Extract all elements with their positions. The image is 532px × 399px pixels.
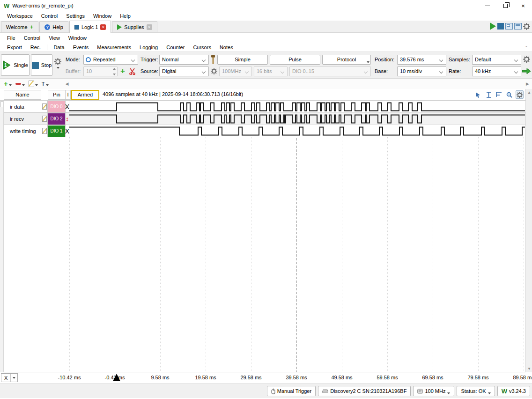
samples-select[interactable]: Default xyxy=(472,55,521,65)
acquisition-options-button[interactable] xyxy=(54,58,61,69)
logic-menu-control[interactable]: Control xyxy=(20,34,44,42)
logic-menu-view[interactable]: View xyxy=(44,34,64,42)
single-button[interactable]: 1 Single xyxy=(1,54,30,76)
apply-arrow-icon[interactable] xyxy=(522,68,531,74)
tab-logic1[interactable]: Logic 1 × xyxy=(69,21,111,33)
cursor-tool-icon[interactable] xyxy=(485,90,493,99)
tab-help[interactable]: ? Help xyxy=(39,21,68,32)
display-options-gear-icon[interactable] xyxy=(523,56,530,63)
menu-events[interactable]: Events xyxy=(69,44,93,51)
menu-workspace[interactable]: Workspace xyxy=(3,12,37,20)
protocol-trigger-button[interactable]: Protocol xyxy=(322,55,371,65)
axis-selector[interactable]: X xyxy=(1,373,18,382)
channel-pin-irrecv[interactable]: DIO 2 xyxy=(48,113,66,125)
channel-name-irrecv[interactable]: ir recv xyxy=(4,113,41,125)
menu-data[interactable]: Data xyxy=(49,44,68,51)
hammer-icon[interactable] xyxy=(210,55,216,65)
edit-channel-button[interactable] xyxy=(29,81,38,87)
trigger-select[interactable]: Normal xyxy=(159,55,209,65)
source-gear-icon[interactable] xyxy=(211,68,217,74)
pulse-trigger-button[interactable]: Pulse xyxy=(270,55,320,65)
logic-menu-file[interactable]: File xyxy=(3,34,20,42)
menu-notes[interactable]: Notes xyxy=(215,44,237,51)
close-button[interactable]: × xyxy=(514,0,532,11)
buffer-spinner[interactable] xyxy=(112,68,116,75)
collapse-panel-icon[interactable]: ◀ xyxy=(66,81,69,86)
cascade-windows-icon[interactable] xyxy=(505,23,513,30)
logic-menu-window[interactable]: Window xyxy=(64,34,91,42)
bits-select[interactable]: 16 bits xyxy=(254,66,288,76)
zoom-tool-icon[interactable] xyxy=(505,90,513,99)
vertical-scrollbar[interactable]: ▲ ▼ xyxy=(525,89,532,372)
plot-options-gear-icon[interactable] xyxy=(516,90,524,99)
gutter-thumb[interactable] xyxy=(0,101,3,107)
measure-tool-icon[interactable] xyxy=(495,90,503,99)
close-tab-icon[interactable]: × xyxy=(100,24,106,30)
add-channel-button[interactable]: + xyxy=(4,81,12,87)
version-button[interactable]: W v3.24.3 xyxy=(497,386,530,396)
channel-edit-button[interactable] xyxy=(41,125,48,137)
menu-counter[interactable]: Counter xyxy=(162,44,189,51)
channel-edit-button[interactable] xyxy=(41,113,48,125)
text-tool-button[interactable]: T xyxy=(42,81,49,87)
supplies-running-icon xyxy=(117,24,122,30)
tab-welcome[interactable]: Welcome + xyxy=(1,21,38,32)
menu-window[interactable]: Window xyxy=(89,12,116,20)
restore-button[interactable] xyxy=(496,0,514,11)
menu-rec[interactable]: Rec. xyxy=(26,44,45,51)
menu-cursors[interactable]: Cursors xyxy=(189,44,215,51)
stop-button[interactable]: Stop xyxy=(31,54,52,76)
pin-column-header[interactable]: Pin xyxy=(48,90,66,100)
dio-range-select[interactable]: DIO 0..15 xyxy=(289,66,371,76)
channel-name-irdata[interactable]: ir data xyxy=(4,101,41,113)
status-button[interactable]: Status: OK xyxy=(457,386,495,396)
rate-select[interactable]: 40 kHz xyxy=(472,66,521,76)
channel-trigger-irdata[interactable]: X xyxy=(66,101,69,113)
menu-help[interactable]: Help xyxy=(116,12,135,20)
clock-select[interactable]: 100MHz xyxy=(219,66,252,76)
options-gear-icon[interactable] xyxy=(523,23,530,30)
manual-trigger-button[interactable]: Manual Trigger xyxy=(267,386,316,396)
channel-trigger-irrecv[interactable]: ↕ xyxy=(66,113,69,125)
menu-logging[interactable]: Logging xyxy=(135,44,162,51)
remove-channel-button[interactable] xyxy=(15,81,25,86)
base-label: Base: xyxy=(375,66,388,76)
menu-export[interactable]: Export xyxy=(3,44,26,51)
tab-supplies[interactable]: Supplies × xyxy=(112,21,157,32)
channel-pin-irdata[interactable]: DIO 0 xyxy=(48,101,66,113)
channel-edit-button[interactable] xyxy=(41,101,48,113)
axis-tick-label: 19.58 ms xyxy=(185,375,227,380)
tile-windows-icon[interactable] xyxy=(514,23,522,30)
base-select[interactable]: 10 ms/div xyxy=(397,66,446,76)
scroll-down-icon[interactable]: ▼ xyxy=(526,367,532,371)
menu-control[interactable]: Control xyxy=(37,12,62,20)
device-label: Discovery2 C SN:210321A196BF xyxy=(330,388,406,394)
trigger-column-header[interactable]: T xyxy=(66,90,71,100)
add-buffer-icon[interactable]: + xyxy=(120,68,125,74)
trigger-position-marker[interactable] xyxy=(113,374,120,381)
channel-name-writetiming[interactable]: write timing xyxy=(4,125,41,137)
channel-pin-writetiming[interactable]: DIO 1 xyxy=(48,125,66,137)
source-select[interactable]: Digital xyxy=(159,66,209,76)
menu-settings[interactable]: Settings xyxy=(62,12,89,20)
channel-trigger-writetiming[interactable]: X xyxy=(66,125,69,137)
pointer-tool-icon[interactable] xyxy=(474,90,482,99)
panel-minimize-button[interactable]: - xyxy=(525,43,527,49)
buffer-input[interactable]: 10 xyxy=(83,66,118,76)
simple-trigger-button[interactable]: Simple xyxy=(217,55,268,65)
position-select[interactable]: 39.576 ms xyxy=(397,55,446,65)
run-all-icon[interactable] xyxy=(490,22,496,30)
hand-click-icon xyxy=(271,388,275,394)
expand-panel-icon[interactable]: ▶ xyxy=(526,81,529,86)
scissors-icon[interactable] xyxy=(129,68,135,75)
menu-measurements[interactable]: Measurements xyxy=(93,44,135,51)
restore-icon xyxy=(503,4,508,8)
close-tab-icon[interactable]: × xyxy=(147,24,152,30)
device-button[interactable]: Discovery2 C SN:210321A196BF xyxy=(318,386,411,396)
stop-all-icon[interactable] xyxy=(497,23,504,30)
name-column-header[interactable]: Name xyxy=(4,90,41,100)
minimize-button[interactable] xyxy=(479,0,496,11)
mode-select[interactable]: Repeated xyxy=(83,55,138,65)
scroll-up-icon[interactable]: ▲ xyxy=(526,90,532,95)
clock-button[interactable]: 100 MHz xyxy=(413,386,454,396)
